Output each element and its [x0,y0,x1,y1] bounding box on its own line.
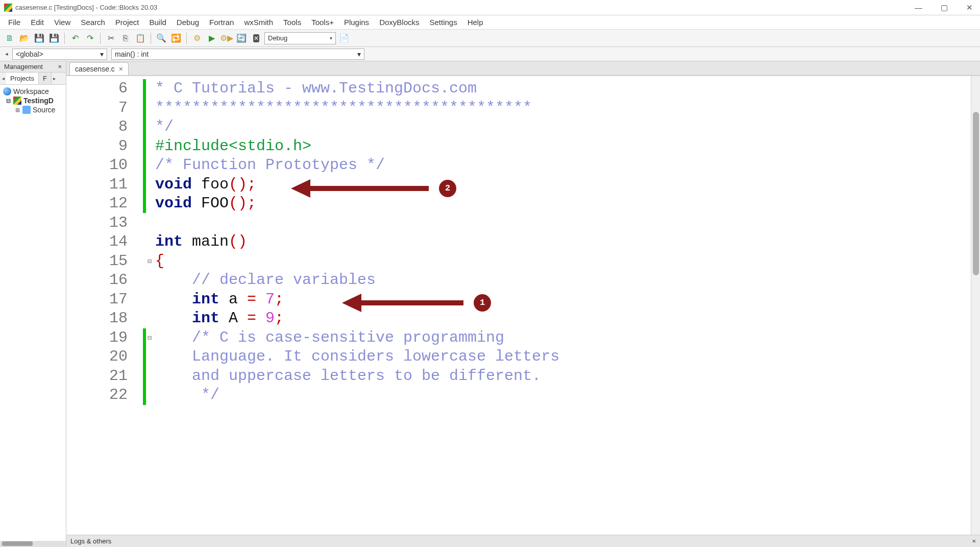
rebuild-icon[interactable]: 🔄 [235,32,248,45]
code-line[interactable]: */ [155,117,971,137]
menu-view[interactable]: View [49,16,76,29]
find-icon[interactable]: 🔍 [155,32,168,45]
menu-doxyblocks[interactable]: DoxyBlocks [374,16,424,29]
logs-panel[interactable]: Logs & others × [66,535,980,547]
menu-debug[interactable]: Debug [172,16,204,29]
minimize-button[interactable]: — [912,2,925,13]
menu-project[interactable]: Project [110,16,144,29]
menu-wxsmith[interactable]: wxSmith [239,16,278,29]
scrollbar-thumb[interactable] [2,541,33,546]
redo-icon[interactable]: ↷ [83,32,96,45]
menu-plugins[interactable]: Plugins [339,16,374,29]
line-number: 19 [66,328,128,348]
save-icon[interactable]: 💾 [33,32,46,45]
tab-scroll-right-icon[interactable]: ▸ [52,73,58,84]
fold-toggle-icon[interactable]: ⊟ [146,328,153,348]
toolbar-separator [64,33,65,44]
undo-icon[interactable]: ↶ [68,32,82,45]
line-number: 13 [66,213,128,233]
fold-spacer [146,309,153,328]
build-run-icon[interactable]: ⚙▶ [220,32,233,45]
open-file-icon[interactable]: 📂 [18,32,31,45]
management-panel: Management × ◂ Projects F ▸ Workspace ⊟ … [0,61,66,547]
save-all-icon[interactable]: 💾 [47,32,61,45]
sidebar-hscrollbar[interactable] [0,541,66,547]
function-select[interactable]: main() : int ▾ [111,49,364,60]
paste-icon[interactable]: 📋 [134,32,147,45]
file-tab[interactable]: casesense.c × [69,62,129,75]
line-number: 18 [66,309,128,328]
close-tab-icon[interactable]: × [119,65,123,73]
tab-files[interactable]: F [39,73,52,84]
menu-edit[interactable]: Edit [26,16,49,29]
expand-icon[interactable]: ⊞ [14,107,20,113]
fold-spacer [146,79,153,99]
menu-help[interactable]: Help [462,16,488,29]
maximize-button[interactable]: ▢ [938,2,951,13]
menu-file[interactable]: File [3,16,26,29]
fold-column[interactable]: ⊟⊟ [146,76,153,535]
logs-title: Logs & others [70,537,111,545]
code-line[interactable]: { [155,252,971,271]
menu-toolsplus[interactable]: Tools+ [306,16,339,29]
code-line[interactable]: ****************************************… [155,99,971,118]
line-number: 12 [66,194,128,213]
tab-scroll-left-icon[interactable]: ◂ [0,73,6,84]
menu-search[interactable]: Search [76,16,110,29]
code-line[interactable]: */ [155,386,971,405]
close-logs-icon[interactable]: × [972,537,976,545]
change-marker [143,328,146,405]
file-tabstrip: casesense.c × [66,61,980,76]
tree-source-label: Source [33,106,55,114]
code-line[interactable] [155,213,971,233]
menu-tools[interactable]: Tools [278,16,306,29]
run-icon[interactable]: ▶ [205,32,218,45]
code-line[interactable]: and uppercase letters to be different. [155,367,971,386]
code-line[interactable]: void FOO(); [155,194,971,213]
scope-select[interactable]: <global> ▾ [12,49,107,60]
code-line[interactable]: void foo(); [155,175,971,195]
menu-fortran[interactable]: Fortran [204,16,239,29]
code-line[interactable]: int A = 9; [155,309,971,328]
menu-build[interactable]: Build [144,16,172,29]
scope-prev-icon[interactable]: ◂ [3,51,10,57]
new-file-icon[interactable]: 🗎 [3,32,16,45]
code-line[interactable]: #include<stdio.h> [155,137,971,156]
menu-settings[interactable]: Settings [424,16,462,29]
project-tree[interactable]: Workspace ⊟ TestingD ⊞ Source [0,85,66,541]
replace-icon[interactable]: 🔁 [169,32,183,45]
code-line[interactable]: int main() [155,232,971,252]
code-line[interactable]: * C Tutorials - www.TestingDocs.com [155,79,971,99]
line-number: 9 [66,137,128,156]
tree-project[interactable]: ⊟ TestingD [3,96,63,105]
fold-spacer [146,290,153,310]
scope-value: <global> [16,50,43,58]
tree-source[interactable]: ⊞ Source [3,105,63,114]
editor-vscrollbar[interactable] [971,76,980,535]
target-options-icon[interactable]: 📄 [337,32,351,45]
management-title-text: Management [4,63,43,70]
code-editor[interactable]: 678910111213141516171819202122 ⊟⊟ * C Tu… [66,76,980,535]
line-number: 11 [66,175,128,195]
code-line[interactable]: int a = 7; [155,290,971,310]
cut-icon[interactable]: ✂ [104,32,117,45]
code-line[interactable]: /* C is case-sensitive programming [155,328,971,348]
collapse-icon[interactable]: ⊟ [5,98,11,104]
tree-workspace[interactable]: Workspace [3,87,63,96]
line-number: 22 [66,386,128,405]
tree-project-label: TestingD [23,97,54,105]
build-icon[interactable]: ⚙ [190,32,204,45]
close-window-button[interactable]: ✕ [963,2,976,13]
tab-projects[interactable]: Projects [6,73,39,84]
copy-icon[interactable]: ⎘ [119,32,132,45]
close-panel-icon[interactable]: × [58,63,62,70]
change-marker [143,79,146,213]
scrollbar-thumb[interactable] [973,112,979,275]
abort-icon[interactable]: ✕ [250,32,263,45]
code-line[interactable]: // declare variables [155,271,971,290]
build-target-select[interactable]: Debug ▾ [264,32,336,44]
fold-toggle-icon[interactable]: ⊟ [146,252,153,271]
code-line[interactable]: /* Function Prototypes */ [155,156,971,175]
code-content[interactable]: * C Tutorials - www.TestingDocs.com*****… [153,76,971,535]
code-line[interactable]: Language. It considers lowercase letters [155,347,971,367]
